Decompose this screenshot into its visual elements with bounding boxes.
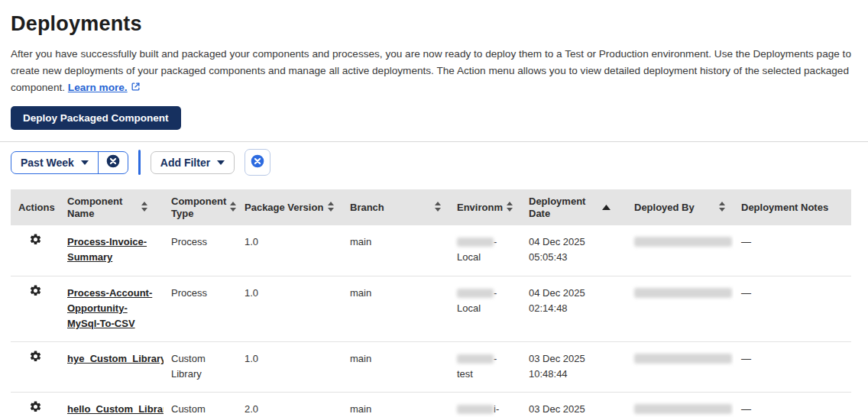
redacted-environment [457,238,494,247]
component-name-link[interactable]: hello_Custom_Library [67,403,164,415]
package-version-cell: 2.0 [237,393,342,417]
environment-cell: -Local [449,276,521,341]
column-header-branch[interactable]: Branch [342,189,449,225]
redacted-deployed-by [634,288,732,298]
component-name-link[interactable]: hye_Custom_Library [67,353,164,364]
sort-icon[interactable] [327,201,335,215]
date-filter-pill: Past Week [11,151,128,174]
deploy-packaged-component-button[interactable]: Deploy Packaged Component [11,106,181,130]
column-header-component-type[interactable]: Component Type [164,189,237,225]
column-header-actions: Actions [11,189,60,225]
table-header-row: Actions Component Name Component Type Pa… [11,189,851,225]
column-header-package-version[interactable]: Package Version [237,189,342,225]
sort-icon[interactable] [718,201,726,215]
component-type-cell: Custom Library [164,341,237,392]
external-link-icon [131,82,141,94]
actions-gear-icon[interactable] [29,233,42,246]
deployment-notes-cell: — [734,276,851,341]
table-row: Process-Account-Opportunity-MySql-To-CSV… [11,276,851,341]
actions-gear-icon[interactable] [29,350,42,363]
package-version-cell: 1.0 [237,276,342,341]
table-row: hye_Custom_Library Custom Library 1.0 ma… [11,341,851,392]
sort-icon[interactable] [434,201,442,215]
chevron-down-icon [217,160,225,165]
column-header-deployment-notes: Deployment Notes [734,189,851,225]
deployment-date-cell: 04 Dec 202505:05:43 [521,225,627,276]
environment-cell: -Local [449,225,521,276]
table-row: Process-Invoice-Summary Process 1.0 main… [11,225,851,276]
deployments-table: Actions Component Name Component Type Pa… [11,189,851,417]
column-header-deployed-by[interactable]: Deployed By [627,189,734,225]
chevron-down-icon [81,160,89,165]
package-version-cell: 1.0 [237,341,342,392]
package-version-cell: 1.0 [237,225,342,276]
date-filter-clear-button[interactable] [98,152,128,173]
filter-group-divider [138,150,141,175]
deployment-date-cell: 04 Dec 202502:14:48 [521,276,627,341]
deployment-notes-cell: — [734,393,851,417]
component-type-cell: Process [164,225,237,276]
deployment-date-cell: 03 Dec 202510:21:42 [521,393,627,417]
deployment-date-cell: 03 Dec 202510:48:44 [521,341,627,392]
column-header-environment[interactable]: Environment [449,189,521,225]
environment-cell: i-test [449,393,521,417]
deployed-by-cell [627,393,734,417]
clear-all-filters-button[interactable] [245,149,270,176]
add-filter-dropdown[interactable]: Add Filter [151,152,234,173]
add-filter-label: Add Filter [160,157,210,169]
deployed-by-cell [627,341,734,392]
component-type-cell: Process [164,276,237,341]
redacted-deployed-by [634,404,732,414]
environment-cell: -test [449,341,521,392]
x-circle-icon [105,154,121,171]
deployment-notes-cell: — [734,341,851,392]
actions-gear-icon[interactable] [29,400,42,413]
deployed-by-cell [627,276,734,341]
sort-icon[interactable] [506,201,513,215]
x-circle-icon [250,154,265,171]
date-filter-dropdown[interactable]: Past Week [11,152,98,173]
table-row: hello_Custom_Library Custom Library 2.0 … [11,393,851,417]
redacted-environment [457,354,494,364]
column-header-component-name[interactable]: Component Name [60,189,164,225]
add-filter-pill: Add Filter [151,151,235,174]
branch-cell: main [342,276,449,341]
branch-cell: main [342,393,449,417]
redacted-environment [457,289,494,298]
sort-icon[interactable] [229,201,237,215]
deployed-by-cell [627,225,734,276]
page-title: Deployments [11,12,851,36]
actions-gear-icon[interactable] [29,284,42,297]
date-filter-label: Past Week [21,157,74,169]
branch-cell: main [342,225,449,276]
deployment-notes-cell: — [734,225,851,276]
component-name-link[interactable]: Process-Invoice-Summary [67,236,147,263]
deployments-page: Deployments After you have successfully … [0,0,868,417]
learn-more-link[interactable]: Learn more. [68,82,128,93]
component-type-cell: Custom Library [164,393,237,417]
branch-cell: main [342,341,449,392]
sort-asc-icon[interactable] [602,202,611,213]
sort-icon[interactable] [141,201,148,215]
component-name-link[interactable]: Process-Account-Opportunity-MySql-To-CSV [67,287,152,329]
column-header-deployment-date[interactable]: Deployment Date [521,189,627,225]
redacted-deployed-by [634,237,732,247]
redacted-environment [457,405,494,414]
page-description: After you have successfully built and pa… [11,46,851,96]
redacted-deployed-by [634,354,732,364]
filter-bar: Past Week Add Filter [11,142,851,183]
